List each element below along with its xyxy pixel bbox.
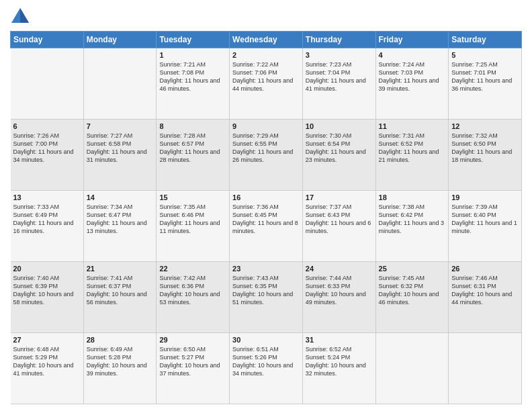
calendar-cell: 20Sunrise: 7:40 AMSunset: 6:39 PMDayligh…	[11, 262, 84, 333]
day-number: 25	[379, 265, 446, 273]
calendar-cell: 26Sunrise: 7:46 AMSunset: 6:31 PMDayligh…	[449, 262, 522, 333]
cell-info: Sunrise: 7:46 AMSunset: 6:31 PMDaylight:…	[451, 274, 519, 307]
calendar-body: 1Sunrise: 7:21 AMSunset: 7:08 PMDaylight…	[11, 48, 522, 404]
day-number: 9	[232, 122, 300, 130]
svg-marker-1	[20, 8, 29, 23]
calendar-cell: 25Sunrise: 7:45 AMSunset: 6:32 PMDayligh…	[375, 262, 449, 333]
cell-info: Sunrise: 6:51 AMSunset: 5:26 PMDaylight:…	[232, 345, 300, 378]
day-number: 22	[159, 265, 226, 273]
weekday-header-tuesday: Tuesday	[157, 32, 230, 48]
calendar-cell: 9Sunrise: 7:29 AMSunset: 6:55 PMDaylight…	[230, 120, 303, 191]
cell-info: Sunrise: 7:42 AMSunset: 6:36 PMDaylight:…	[159, 274, 226, 307]
logo-icon	[10, 7, 30, 26]
day-number: 2	[232, 51, 300, 59]
calendar-cell: 4Sunrise: 7:24 AMSunset: 7:03 PMDaylight…	[375, 48, 449, 120]
calendar-cell	[11, 48, 84, 120]
calendar-week-5: 27Sunrise: 6:48 AMSunset: 5:29 PMDayligh…	[11, 333, 522, 404]
calendar-cell: 17Sunrise: 7:37 AMSunset: 6:43 PMDayligh…	[302, 191, 375, 262]
day-number: 29	[159, 336, 226, 344]
cell-info: Sunrise: 7:27 AMSunset: 6:58 PMDaylight:…	[87, 132, 154, 165]
calendar-cell: 31Sunrise: 6:52 AMSunset: 5:24 PMDayligh…	[302, 333, 375, 404]
day-number: 4	[379, 51, 446, 59]
calendar-cell: 11Sunrise: 7:31 AMSunset: 6:52 PMDayligh…	[375, 120, 449, 191]
weekday-header-wednesday: Wednesday	[230, 32, 303, 48]
header	[10, 7, 522, 26]
day-number: 27	[13, 336, 81, 344]
calendar-cell: 22Sunrise: 7:42 AMSunset: 6:36 PMDayligh…	[157, 262, 230, 333]
calendar-cell: 24Sunrise: 7:44 AMSunset: 6:33 PMDayligh…	[302, 262, 375, 333]
calendar-cell: 3Sunrise: 7:23 AMSunset: 7:04 PMDaylight…	[302, 48, 375, 120]
day-number: 28	[87, 336, 154, 344]
day-number: 6	[13, 122, 81, 130]
day-number: 16	[232, 193, 300, 201]
cell-info: Sunrise: 7:37 AMSunset: 6:43 PMDaylight:…	[306, 203, 373, 236]
day-number: 5	[451, 51, 519, 59]
day-number: 23	[232, 265, 300, 273]
cell-info: Sunrise: 7:36 AMSunset: 6:45 PMDaylight:…	[232, 203, 300, 236]
calendar-cell: 7Sunrise: 7:27 AMSunset: 6:58 PMDaylight…	[83, 120, 157, 191]
weekday-header-sunday: Sunday	[11, 32, 84, 48]
calendar-week-1: 1Sunrise: 7:21 AMSunset: 7:08 PMDaylight…	[11, 48, 522, 120]
day-number: 17	[306, 193, 373, 201]
day-number: 24	[306, 265, 373, 273]
cell-info: Sunrise: 7:21 AMSunset: 7:08 PMDaylight:…	[159, 60, 226, 93]
day-number: 11	[379, 122, 446, 130]
calendar-cell: 30Sunrise: 6:51 AMSunset: 5:26 PMDayligh…	[230, 333, 303, 404]
cell-info: Sunrise: 7:33 AMSunset: 6:49 PMDaylight:…	[13, 203, 81, 236]
calendar-cell: 2Sunrise: 7:22 AMSunset: 7:06 PMDaylight…	[230, 48, 303, 120]
day-number: 7	[87, 122, 154, 130]
cell-info: Sunrise: 7:29 AMSunset: 6:55 PMDaylight:…	[232, 132, 300, 165]
calendar-week-2: 6Sunrise: 7:26 AMSunset: 7:00 PMDaylight…	[11, 120, 522, 191]
cell-info: Sunrise: 7:26 AMSunset: 7:00 PMDaylight:…	[13, 132, 81, 165]
day-number: 15	[159, 193, 226, 201]
cell-info: Sunrise: 7:38 AMSunset: 6:42 PMDaylight:…	[379, 203, 446, 236]
calendar-cell	[375, 333, 449, 404]
day-number: 21	[87, 265, 154, 273]
cell-info: Sunrise: 7:24 AMSunset: 7:03 PMDaylight:…	[379, 60, 446, 93]
day-number: 31	[306, 336, 373, 344]
weekday-header-monday: Monday	[83, 32, 157, 48]
cell-info: Sunrise: 6:48 AMSunset: 5:29 PMDaylight:…	[13, 345, 81, 378]
day-number: 14	[87, 193, 154, 201]
cell-info: Sunrise: 7:34 AMSunset: 6:47 PMDaylight:…	[87, 203, 154, 236]
cell-info: Sunrise: 6:52 AMSunset: 5:24 PMDaylight:…	[306, 345, 373, 378]
calendar-cell	[449, 333, 522, 404]
day-number: 20	[13, 265, 81, 273]
cell-info: Sunrise: 7:43 AMSunset: 6:35 PMDaylight:…	[232, 274, 300, 307]
day-number: 13	[13, 193, 81, 201]
cell-info: Sunrise: 7:22 AMSunset: 7:06 PMDaylight:…	[232, 60, 300, 93]
page: SundayMondayTuesdayWednesdayThursdayFrid…	[0, 0, 532, 411]
calendar-cell: 1Sunrise: 7:21 AMSunset: 7:08 PMDaylight…	[157, 48, 230, 120]
cell-info: Sunrise: 6:49 AMSunset: 5:28 PMDaylight:…	[87, 345, 154, 378]
day-number: 18	[379, 193, 446, 201]
calendar-header: SundayMondayTuesdayWednesdayThursdayFrid…	[11, 32, 522, 48]
cell-info: Sunrise: 7:28 AMSunset: 6:57 PMDaylight:…	[159, 132, 226, 165]
calendar-cell: 6Sunrise: 7:26 AMSunset: 7:00 PMDaylight…	[11, 120, 84, 191]
calendar-cell	[83, 48, 157, 120]
logo	[10, 7, 33, 26]
calendar-cell: 14Sunrise: 7:34 AMSunset: 6:47 PMDayligh…	[83, 191, 157, 262]
cell-info: Sunrise: 7:30 AMSunset: 6:54 PMDaylight:…	[306, 132, 373, 165]
cell-info: Sunrise: 7:40 AMSunset: 6:39 PMDaylight:…	[13, 274, 81, 307]
calendar-cell: 10Sunrise: 7:30 AMSunset: 6:54 PMDayligh…	[302, 120, 375, 191]
day-number: 30	[232, 336, 300, 344]
day-number: 3	[306, 51, 373, 59]
day-number: 1	[159, 51, 226, 59]
cell-info: Sunrise: 7:32 AMSunset: 6:50 PMDaylight:…	[451, 132, 519, 165]
calendar-cell: 15Sunrise: 7:35 AMSunset: 6:46 PMDayligh…	[157, 191, 230, 262]
day-number: 19	[451, 193, 519, 201]
cell-info: Sunrise: 7:25 AMSunset: 7:01 PMDaylight:…	[451, 60, 519, 93]
day-number: 8	[159, 122, 226, 130]
calendar-cell: 18Sunrise: 7:38 AMSunset: 6:42 PMDayligh…	[375, 191, 449, 262]
calendar-cell: 16Sunrise: 7:36 AMSunset: 6:45 PMDayligh…	[230, 191, 303, 262]
cell-info: Sunrise: 7:44 AMSunset: 6:33 PMDaylight:…	[306, 274, 373, 307]
calendar-cell: 19Sunrise: 7:39 AMSunset: 6:40 PMDayligh…	[449, 191, 522, 262]
weekday-header-friday: Friday	[375, 32, 449, 48]
calendar-cell: 28Sunrise: 6:49 AMSunset: 5:28 PMDayligh…	[83, 333, 157, 404]
calendar-cell: 12Sunrise: 7:32 AMSunset: 6:50 PMDayligh…	[449, 120, 522, 191]
cell-info: Sunrise: 7:41 AMSunset: 6:37 PMDaylight:…	[87, 274, 154, 307]
cell-info: Sunrise: 7:31 AMSunset: 6:52 PMDaylight:…	[379, 132, 446, 165]
day-number: 26	[451, 265, 519, 273]
calendar-cell: 23Sunrise: 7:43 AMSunset: 6:35 PMDayligh…	[230, 262, 303, 333]
weekday-row: SundayMondayTuesdayWednesdayThursdayFrid…	[11, 32, 522, 48]
